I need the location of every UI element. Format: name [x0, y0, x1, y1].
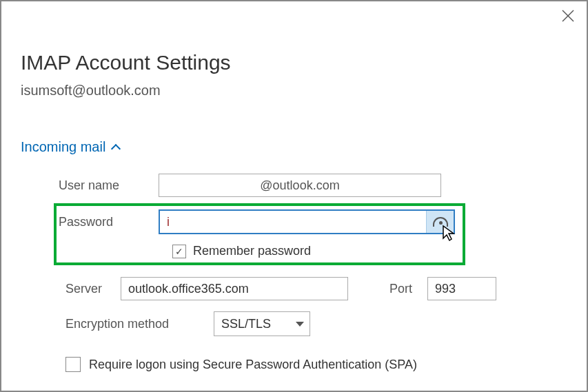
password-label: Password: [59, 215, 159, 229]
remember-password-checkbox[interactable]: ✓: [172, 245, 186, 258]
server-row: Server outlook.office365.com Port 993: [65, 277, 496, 300]
password-input[interactable]: i: [160, 211, 426, 233]
encryption-select[interactable]: SSL/TLS: [214, 311, 310, 336]
chevron-down-icon: [296, 322, 304, 327]
encryption-row: Encryption method SSL/TLS: [65, 311, 310, 336]
spa-label: Require logon using Secure Password Auth…: [89, 358, 417, 372]
eye-icon: [433, 217, 448, 227]
close-icon: [562, 10, 574, 22]
spa-checkbox[interactable]: [65, 357, 81, 372]
account-settings-dialog: IMAP Account Settings isumsoft@outlook.c…: [0, 0, 588, 392]
encryption-label: Encryption method: [65, 317, 214, 331]
encryption-value: SSL/TLS: [221, 317, 271, 331]
reveal-password-button[interactable]: [426, 211, 454, 233]
username-label: User name: [59, 178, 159, 193]
password-input-wrap: i: [159, 209, 455, 234]
port-label: Port: [389, 282, 427, 296]
close-button[interactable]: [562, 10, 574, 25]
port-input[interactable]: 993: [427, 277, 496, 300]
password-row: Password i: [59, 209, 455, 234]
section-label: Incoming mail: [21, 139, 105, 155]
remember-password-row: ✓ Remember password: [172, 244, 311, 258]
dialog-title: IMAP Account Settings: [21, 51, 231, 74]
server-label: Server: [65, 282, 121, 296]
username-row: User name @outlook.com: [59, 174, 441, 197]
incoming-mail-toggle[interactable]: Incoming mail: [21, 139, 119, 155]
spa-row: Require logon using Secure Password Auth…: [65, 357, 417, 372]
chevron-up-icon: [111, 144, 121, 154]
remember-password-label: Remember password: [193, 244, 311, 258]
username-input[interactable]: @outlook.com: [159, 174, 441, 197]
server-input[interactable]: outlook.office365.com: [121, 277, 348, 300]
account-email: isumsoft@outlook.com: [21, 83, 161, 99]
